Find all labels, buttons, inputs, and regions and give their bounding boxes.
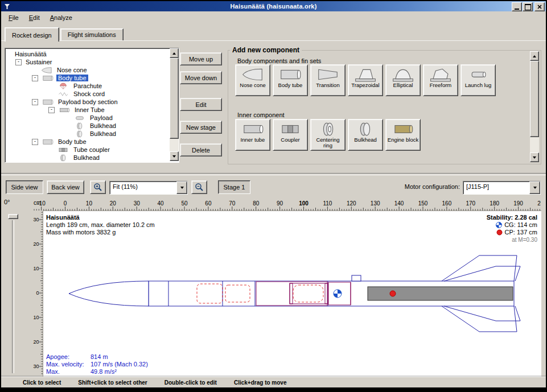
svg-text:90: 90	[277, 200, 283, 207]
tree-expander-icon[interactable]: -	[32, 139, 38, 145]
tree-item-body-tube[interactable]: -Body tube	[5, 74, 170, 82]
group-label-body-components-and-fin-sets: Body components and fin sets	[237, 57, 321, 64]
svg-text:70: 70	[229, 200, 236, 207]
launch-lug-shape[interactable]	[352, 275, 361, 281]
new-stage-button[interactable]: New stage	[180, 121, 222, 134]
zoom-in-button[interactable]	[90, 180, 106, 194]
trapezoidal-icon	[353, 67, 378, 82]
scroll-track[interactable]	[170, 139, 179, 151]
scroll-down-button[interactable]	[530, 152, 539, 162]
scroll-track[interactable]	[530, 137, 539, 152]
zoom-in-icon	[93, 183, 102, 192]
add-elliptical-button[interactable]: Elliptical	[385, 64, 421, 96]
tree-expander-icon[interactable]: -	[32, 99, 38, 105]
stage-1-button[interactable]: Stage 1	[218, 180, 250, 194]
add-freeform-button[interactable]: Freeform	[423, 64, 458, 96]
add-nose-cone-button[interactable]: Nose cone	[235, 64, 270, 96]
transition-icon	[315, 67, 340, 82]
tree-item-label: Body tube	[56, 75, 88, 81]
tree-item-bulkhead[interactable]: Bulkhead	[5, 130, 170, 138]
add-panel-scrollbar[interactable]	[530, 51, 539, 162]
tree-item-bulkhead[interactable]: Bulkhead	[5, 154, 170, 162]
tree-item-payload-body-section[interactable]: -Payload body section	[5, 98, 170, 106]
menu-edit[interactable]: Edit	[24, 13, 45, 23]
rocket-canvas[interactable]: Haisunäätä Length 189 cm, max. diameter …	[43, 211, 541, 377]
move-up-button[interactable]: Move up	[180, 52, 222, 65]
svg-text:130: 130	[371, 200, 380, 207]
tree-item-parachute[interactable]: Parachute	[5, 82, 170, 90]
svg-text:-30: -30	[33, 217, 39, 222]
minimize-button[interactable]	[512, 2, 522, 11]
zoom-select[interactable]: Fit (11%)	[109, 181, 188, 195]
scroll-up-button[interactable]	[530, 51, 539, 61]
tree-item-label: Bulkhead	[72, 154, 101, 161]
add-transition-button[interactable]: Transition	[310, 64, 346, 96]
status-hint-click-to-select: Click to select	[23, 379, 61, 386]
tree-item-bulkhead[interactable]: Bulkhead	[5, 122, 170, 130]
status-hint-click-drag-to-move: Click+drag to move	[234, 379, 287, 386]
tree-item-payload[interactable]: Payload	[5, 114, 170, 122]
menu-file[interactable]: File	[3, 13, 24, 23]
add-body-tube-button[interactable]: Body tube	[273, 64, 308, 96]
svg-text:200: 200	[537, 200, 541, 207]
scroll-thumb[interactable]	[530, 61, 539, 137]
add-inner-tube-button[interactable]: Inner tube	[235, 119, 270, 151]
tree-item-inner-tube[interactable]: -Inner Tube	[5, 106, 170, 114]
rotation-slider-handle[interactable]	[8, 214, 18, 219]
svg-text:20: 20	[110, 200, 117, 207]
move-down-button[interactable]: Move down	[180, 71, 222, 84]
tree-item-tube-coupler[interactable]: Tube coupler	[5, 146, 170, 154]
component-button-label: Inner tube	[241, 137, 265, 143]
back-view-button[interactable]: Back view	[47, 180, 84, 194]
close-button[interactable]	[534, 2, 545, 11]
tab-rocket-design[interactable]: Rocket design	[5, 27, 59, 42]
svg-text:180: 180	[490, 200, 499, 207]
tree-expander-icon[interactable]: -	[15, 59, 22, 65]
add-coupler-button[interactable]: Coupler	[273, 119, 308, 151]
delete-button[interactable]: Delete	[180, 143, 222, 156]
tree-item-label: Bulkhead	[88, 130, 118, 137]
tree-expander-icon[interactable]: -	[48, 107, 55, 113]
motor-shape[interactable]	[368, 287, 513, 300]
chevron-down-icon	[180, 187, 184, 189]
add-bulkhead-button[interactable]: Bulkhead	[348, 119, 383, 151]
titlebar[interactable]: Haisunäätä (haisunaata.ork)	[1, 1, 546, 11]
maximize-icon	[525, 4, 531, 10]
tree-expander-icon[interactable]: -	[32, 75, 38, 81]
bodytube-icon	[40, 98, 55, 106]
tree-item-shock-cord[interactable]: Shock cord	[5, 90, 170, 98]
zoom-dropdown-button[interactable]	[176, 181, 187, 194]
tree-item-sustainer[interactable]: -Sustainer	[5, 58, 170, 66]
menu-analyze[interactable]: Analyze	[45, 13, 77, 23]
nosecone-icon	[240, 67, 265, 82]
menubar: FileEditAnalyze	[1, 11, 547, 24]
add-launch-lug-button[interactable]: Launch lug	[460, 64, 496, 96]
tree-item-haisun-t[interactable]: Haisunäätä	[5, 50, 170, 58]
rotation-slider-track[interactable]	[12, 220, 14, 373]
flight-label: Apogee:	[46, 353, 91, 361]
stability-value: Stability: 2.28 cal	[487, 214, 537, 221]
add-engine-block-button[interactable]: Engine block	[385, 119, 421, 151]
cg-legend-icon	[496, 222, 502, 228]
launchlug-icon	[466, 67, 491, 82]
tab-flight-simulations[interactable]: Flight simulations	[60, 28, 124, 41]
motor-configuration-select[interactable]: [J115-P]	[463, 181, 541, 195]
add-trapezoidal-button[interactable]: Trapezoidal	[348, 64, 383, 96]
scroll-thumb[interactable]	[170, 58, 179, 139]
scroll-down-button[interactable]	[170, 151, 179, 161]
tree-scrollbar[interactable]	[170, 48, 179, 161]
nose-cone-shape[interactable]	[69, 281, 149, 306]
scroll-up-button[interactable]	[170, 48, 179, 58]
tree-item-body-tube[interactable]: -Body tube	[5, 138, 170, 146]
tree-item-label: Payload body section	[56, 98, 120, 105]
maximize-button[interactable]	[523, 2, 533, 11]
edit-button[interactable]: Edit	[180, 98, 222, 111]
side-view-button[interactable]: Side view	[6, 180, 43, 194]
add-centering-ring-button[interactable]: Centering ring	[310, 119, 346, 151]
zoom-out-button[interactable]	[191, 180, 207, 194]
tree-item-nose-cone[interactable]: Nose cone	[5, 66, 170, 74]
innertube-icon	[240, 121, 265, 137]
bodytube-icon	[278, 67, 303, 82]
component-tree-panel: Haisunäätä-SustainerNose cone-Body tubeP…	[5, 48, 179, 163]
motor-dropdown-button[interactable]	[529, 181, 540, 194]
